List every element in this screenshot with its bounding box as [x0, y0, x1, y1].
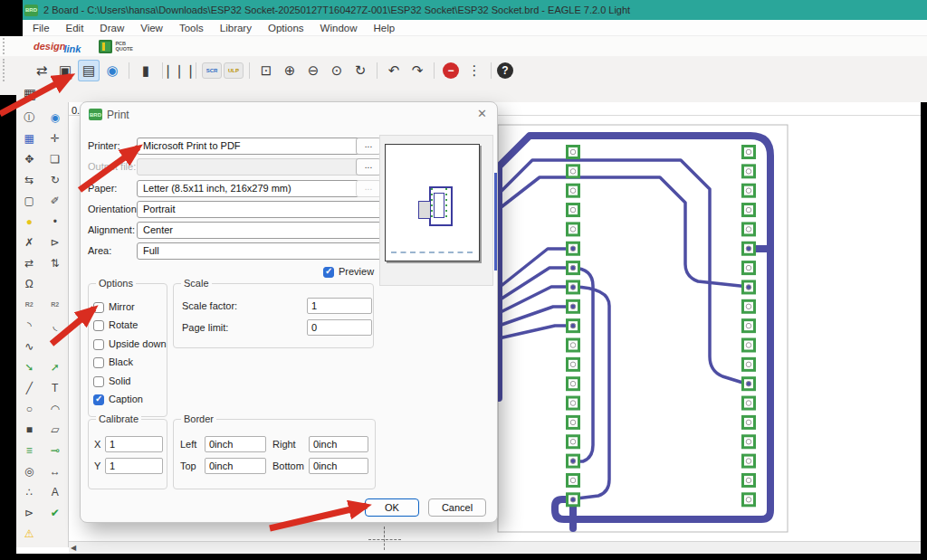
pcb-quote-button[interactable]: PCBQUOTE — [99, 40, 133, 53]
paper-select[interactable]: Letter (8.5x11 inch, 216x279 mm) — [137, 180, 367, 197]
border-top-input[interactable] — [205, 458, 266, 474]
print-icon[interactable]: ▤ — [78, 60, 100, 81]
menu-tools[interactable]: Tools — [171, 23, 212, 33]
drc-tool[interactable]: ⊳ — [24, 508, 33, 518]
group-tool[interactable]: ▢ — [24, 195, 34, 206]
scale-factor-input[interactable] — [307, 298, 372, 314]
dimension-tool[interactable]: ↔ — [50, 466, 61, 477]
horizontal-scrollbar[interactable]: ◀ — [69, 541, 921, 555]
circle-tool[interactable]: ○ — [26, 403, 33, 414]
pad-hole — [570, 362, 576, 367]
zoom-in-icon[interactable]: ⊕ — [279, 60, 301, 81]
copy-tool[interactable]: ❏ — [50, 154, 60, 165]
designlink-logo[interactable]: designlink — [33, 41, 82, 52]
brand-toolbar: designlink PCBQUOTE — [0, 36, 927, 57]
black-checkbox[interactable] — [93, 357, 104, 368]
rotate-checkbox[interactable] — [93, 320, 104, 331]
menu-edit[interactable]: Edit — [58, 23, 92, 33]
zoom-out-icon[interactable]: ⊖ — [302, 60, 324, 81]
ok-button[interactable]: OK — [365, 498, 419, 517]
border-left-input[interactable] — [205, 436, 266, 452]
signal-tool[interactable]: ⊸ — [51, 445, 60, 456]
smash-tool[interactable]: R2 — [51, 301, 59, 308]
toolbar-separator — [377, 62, 377, 79]
via-tool[interactable]: ≡ — [26, 445, 33, 456]
menu-file[interactable]: File — [24, 23, 58, 33]
stop-icon[interactable]: − — [443, 62, 459, 79]
mirror-tool[interactable]: ⇆ — [24, 175, 33, 185]
alignment-select[interactable]: Center — [137, 222, 389, 239]
caption-checkbox[interactable] — [93, 394, 104, 405]
cam-processor-icon[interactable]: ◉ — [101, 60, 123, 81]
calibrate-x-input[interactable] — [105, 436, 163, 452]
hole-tool[interactable]: ◎ — [24, 466, 33, 477]
value-tool[interactable]: R2 — [25, 301, 33, 308]
zoom-redraw-icon[interactable]: ↻ — [349, 60, 371, 81]
scroll-left-arrow-icon[interactable]: ◀ — [71, 544, 76, 552]
grid-icon[interactable]: ▦ — [24, 86, 36, 102]
arc-tool[interactable]: ◠ — [51, 403, 60, 414]
menu-view[interactable]: View — [132, 23, 171, 33]
output-file-browse-button[interactable]: ... — [356, 158, 381, 176]
menu-window[interactable]: Window — [312, 23, 366, 33]
zoom-fit-icon[interactable]: ⊡ — [255, 60, 277, 81]
lock-tool[interactable]: Ω — [25, 279, 33, 289]
move-tool[interactable]: ✥ — [24, 154, 33, 165]
replace-tool[interactable]: ⇄ — [24, 258, 33, 269]
save-icon[interactable]: ▣ — [54, 60, 76, 81]
preview-checkbox[interactable] — [323, 267, 334, 278]
miter-tool[interactable]: ◝ — [27, 320, 32, 331]
border-bottom-input[interactable] — [309, 458, 368, 474]
meander-tool[interactable]: ∿ — [24, 341, 33, 352]
polygon-tool[interactable]: ▱ — [51, 424, 59, 435]
go-icon[interactable]: ⋮ — [464, 60, 485, 81]
slope-tool[interactable]: ◟ — [53, 320, 57, 331]
menu-help[interactable]: Help — [365, 23, 403, 33]
split-tool[interactable]: • — [53, 216, 57, 227]
redo-icon[interactable]: ↷ — [406, 60, 428, 81]
upside-down-checkbox[interactable] — [93, 339, 104, 350]
preview-scrollbar[interactable] — [494, 173, 497, 271]
warning-tool[interactable]: ⚠ — [24, 528, 34, 539]
errors-tool[interactable]: ✔ — [51, 508, 60, 518]
autorouter-tool[interactable]: A — [52, 487, 59, 498]
mirror-checkbox[interactable] — [93, 302, 104, 313]
border-right-input[interactable] — [309, 436, 368, 452]
run-script-icon[interactable]: SCR — [202, 62, 222, 79]
ripup-tool[interactable]: ➚ — [51, 362, 60, 373]
paint-tool[interactable]: ● — [26, 216, 33, 227]
info-tool[interactable]: Ⓘ — [24, 112, 34, 123]
pin-swap-tool[interactable]: ⇅ — [51, 258, 60, 269]
menu-draw[interactable]: Draw — [91, 23, 132, 33]
mark-tool[interactable]: ✛ — [51, 133, 60, 144]
zoom-select-icon[interactable]: ⊙ — [326, 60, 348, 81]
text-tool[interactable]: T — [52, 383, 58, 394]
page-limit-input[interactable] — [307, 319, 372, 336]
help-icon[interactable]: ? — [497, 62, 513, 79]
calibrate-y-input[interactable] — [105, 458, 163, 474]
solid-checkbox[interactable] — [93, 376, 104, 387]
wire-tool[interactable]: ╱ — [26, 383, 33, 394]
ratsnest-tool[interactable]: ∴ — [25, 487, 33, 498]
orientation-select[interactable]: Portrait — [137, 201, 389, 218]
run-ulp-icon[interactable]: ULP — [224, 62, 244, 79]
printer-browse-button[interactable]: ... — [356, 138, 381, 155]
layer-settings-icon[interactable]: ❘❘❘ — [168, 60, 190, 81]
eye-tool[interactable]: ◉ — [51, 112, 60, 123]
rotate-tool[interactable]: ↻ — [51, 175, 60, 185]
printer-select[interactable]: Microsoft Print to PDF — [137, 138, 367, 155]
drill-aid-icon[interactable]: ▮ — [135, 60, 157, 81]
cancel-button[interactable]: Cancel — [428, 498, 486, 517]
rect-tool[interactable]: ■ — [26, 424, 33, 435]
route-tool[interactable]: ➘ — [24, 362, 33, 373]
close-icon[interactable]: ✕ — [477, 107, 487, 120]
menu-options[interactable]: Options — [260, 23, 312, 33]
menu-library[interactable]: Library — [212, 23, 260, 33]
area-select[interactable]: Full — [137, 242, 389, 260]
change-tool[interactable]: ✐ — [51, 195, 60, 206]
undo-icon[interactable]: ↶ — [383, 60, 405, 81]
gate-swap-tool[interactable]: ⊳ — [51, 237, 60, 248]
delete-tool[interactable]: ✗ — [24, 237, 33, 248]
open-board-icon[interactable]: ⇄ — [31, 60, 53, 81]
display-layers-tool[interactable]: ▦ — [24, 133, 34, 144]
